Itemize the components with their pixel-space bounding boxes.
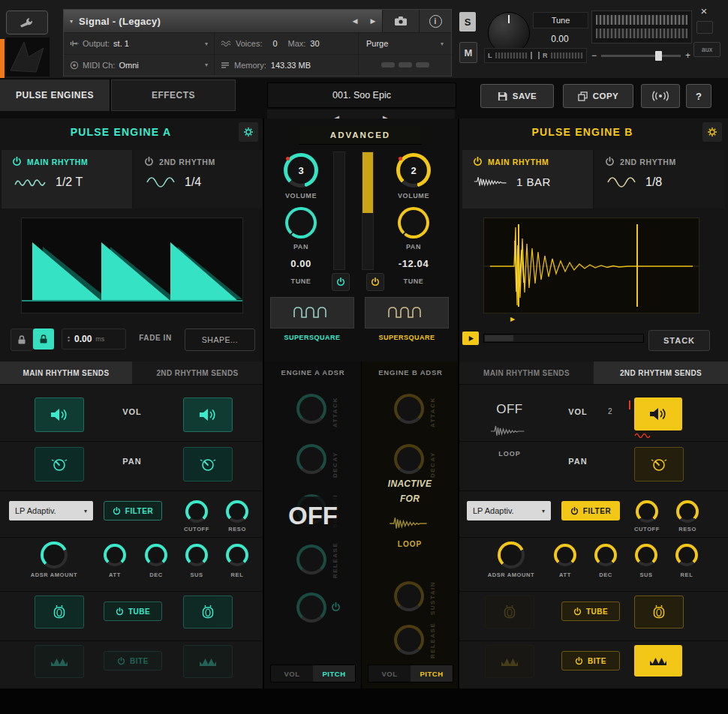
shape-button[interactable]: SHAPE... (185, 328, 255, 351)
instrument-title-bar[interactable]: ▾ Signal - (Legacy) ◀ ▶ i (64, 10, 451, 33)
midi-channel-selector[interactable]: MIDI Ch: Omni ▾ (64, 55, 214, 75)
engine-b-main-rhythm-tab[interactable]: MAIN RHYTHM 1 BAR (462, 150, 593, 208)
midi-learn-button[interactable] (641, 84, 680, 108)
pan-slider[interactable] (601, 55, 681, 57)
adsr-b-release-knob[interactable] (394, 625, 424, 655)
sends-a-bite-2nd-button[interactable] (183, 645, 233, 678)
pan-slider-thumb[interactable] (655, 51, 662, 61)
purge-menu[interactable]: Purge ▾ (358, 33, 451, 54)
adsr-b-sustain-knob[interactable] (394, 581, 424, 611)
power-icon[interactable] (573, 608, 582, 616)
engine-b-volume-knob[interactable]: 2 (396, 153, 431, 188)
sends-b-tube-button[interactable]: TUBE (561, 602, 620, 621)
sends-b-filter-button[interactable]: FILTER (561, 501, 620, 520)
sends-a-filter-button[interactable]: FILTER (104, 501, 162, 520)
copy-button[interactable]: COPY (563, 84, 633, 108)
adsr-b-decay-knob[interactable] (394, 444, 424, 474)
engine-a-lock-right-button[interactable] (33, 328, 54, 350)
adsr-a-attack-knob[interactable] (296, 394, 326, 424)
adsr-a-decay-knob[interactable] (296, 444, 326, 474)
power-icon[interactable] (605, 157, 615, 166)
sends-b-bite-main-button[interactable] (485, 645, 534, 678)
engine-a-settings-button[interactable] (239, 122, 258, 142)
snapshot-camera-button[interactable] (382, 10, 419, 32)
sends-b-vol-2nd-button[interactable] (634, 398, 682, 430)
sends-a-tube-main-button[interactable] (35, 596, 84, 628)
sends-b-main-tab[interactable]: MAIN RHYTHM SENDS (459, 362, 594, 384)
engine-b-play-button[interactable] (462, 332, 479, 345)
minimize-button[interactable] (696, 21, 713, 34)
sends-a-2nd-tab[interactable]: 2ND RHYTHM SENDS (132, 362, 263, 384)
sends-b-2nd-tab[interactable]: 2ND RHYTHM SENDS (594, 362, 728, 384)
sends-b-att-knob[interactable] (554, 544, 576, 566)
sends-a-tube-2nd-button[interactable] (183, 596, 233, 628)
sends-a-pan-2nd-button[interactable] (183, 447, 233, 482)
engine-b-tune-power-button[interactable] (366, 273, 384, 291)
sends-b-bite-button[interactable]: BITE (561, 651, 620, 670)
sends-a-reso-knob[interactable] (226, 500, 248, 523)
adsr-a-extra-knob[interactable] (296, 592, 326, 622)
tab-effects[interactable]: EFFECTS (111, 80, 236, 111)
sends-b-tube-2nd-button[interactable] (634, 596, 684, 628)
sends-a-sus-knob[interactable] (185, 544, 208, 566)
power-icon[interactable] (144, 157, 154, 166)
pan-minus-button[interactable]: − (591, 50, 597, 61)
tab-pulse-engines[interactable]: PULSE ENGINES (0, 80, 110, 111)
engine-b-level-strip[interactable] (362, 152, 374, 270)
close-button[interactable]: × (696, 3, 711, 18)
sends-b-filter-type-dropdown[interactable]: LP Adaptiv. ▾ (467, 501, 551, 520)
power-icon[interactable] (473, 157, 483, 166)
sends-a-pan-main-button[interactable] (35, 447, 84, 482)
engine-a-lock-left-button[interactable] (11, 328, 33, 351)
tune-value[interactable]: 0.00 (533, 32, 587, 46)
engine-b-2nd-rhythm-tab[interactable]: 2ND RHYTHM 1/8 (594, 150, 725, 208)
sends-b-dec-knob[interactable] (594, 544, 617, 566)
wrench-button[interactable] (6, 10, 48, 34)
info-button[interactable]: i (419, 10, 451, 32)
pan-plus-button[interactable]: + (685, 50, 690, 61)
sends-b-reso-knob[interactable] (676, 500, 699, 523)
aux-button[interactable]: aux (693, 42, 720, 57)
power-icon[interactable] (575, 657, 583, 665)
engine-a-2nd-rhythm-tab[interactable]: 2ND RHYTHM 1/4 (134, 150, 263, 208)
preset-display[interactable]: 001. Soo Epic (267, 82, 456, 108)
engine-a-wavetable-selector[interactable]: SUPERSQUARE (270, 297, 354, 348)
sends-b-sus-knob[interactable] (635, 544, 657, 566)
power-icon[interactable] (117, 657, 125, 665)
sends-b-cutoff-knob[interactable] (636, 500, 658, 523)
engine-a-tune-value[interactable]: 0.00 (271, 258, 331, 269)
sends-b-tube-main-button[interactable] (485, 596, 534, 628)
power-icon[interactable] (12, 157, 22, 166)
sends-b-adsr-amount-knob[interactable] (498, 542, 525, 568)
adsr-a-release-knob[interactable] (296, 544, 326, 574)
sends-a-vol-main-button[interactable] (35, 398, 84, 432)
engine-b-wavetable-selector[interactable]: SUPERSQUARE (365, 297, 449, 348)
sends-a-rel-knob[interactable] (226, 544, 248, 566)
power-icon[interactable] (116, 608, 124, 616)
adsr-b-attack-knob[interactable] (394, 394, 424, 424)
adsr-a-vol-tab[interactable]: VOL (271, 665, 313, 682)
engine-a-level-strip[interactable] (333, 152, 345, 270)
stack-button[interactable]: STACK (648, 330, 710, 351)
sends-a-bite-button[interactable]: BITE (104, 651, 162, 670)
stepper-down-icon[interactable]: ▼ (67, 339, 71, 343)
engine-b-scrollbar[interactable] (483, 334, 644, 343)
solo-button[interactable]: S (459, 12, 476, 32)
sends-a-cutoff-knob[interactable] (185, 500, 208, 523)
mute-button[interactable]: M (459, 42, 477, 63)
engine-b-tune-value[interactable]: -12.04 (384, 258, 444, 269)
prev-instrument-button[interactable]: ◀ (346, 10, 364, 32)
scrollbar-thumb[interactable] (485, 335, 513, 341)
engine-b-pan-knob[interactable] (398, 207, 429, 238)
sends-a-adsr-amount-knob[interactable] (41, 542, 68, 568)
sends-b-rel-knob[interactable] (675, 544, 698, 566)
power-icon[interactable] (570, 507, 579, 515)
advanced-toggle[interactable]: ADVANCED (299, 126, 422, 145)
sends-a-vol-2nd-button[interactable] (183, 398, 233, 432)
sends-a-dec-knob[interactable] (145, 544, 167, 566)
adsr-a-power-button[interactable] (329, 600, 342, 614)
sends-a-filter-type-dropdown[interactable]: LP Adaptiv. ▾ (9, 501, 93, 520)
engine-a-volume-knob[interactable]: 3 (284, 153, 318, 188)
sends-a-tube-button[interactable]: TUBE (104, 602, 162, 621)
power-icon[interactable] (113, 507, 121, 515)
